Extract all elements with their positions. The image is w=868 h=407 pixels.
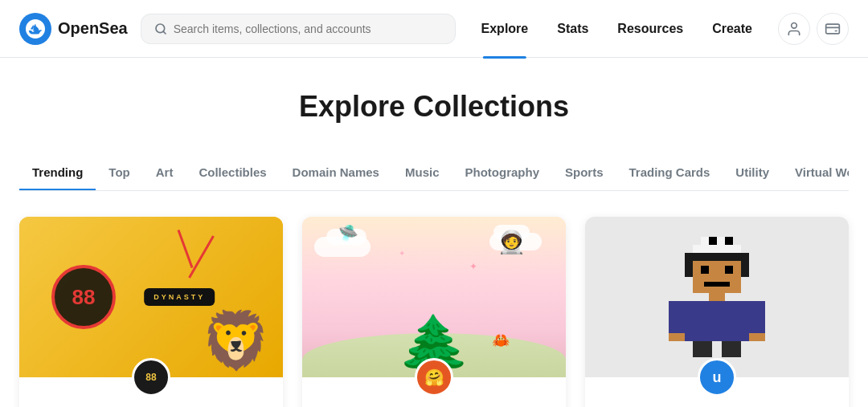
collections-grid: 88 DYNASTY 🦁 88 <box>19 217 849 407</box>
user-icon-button[interactable] <box>778 13 810 45</box>
main-content: Explore Collections Trending Top Art Col… <box>0 58 868 407</box>
svg-rect-3 <box>826 24 840 34</box>
card-image-0: 88 DYNASTY 🦁 <box>19 217 283 377</box>
tab-photography[interactable]: Photography <box>452 156 552 191</box>
user-icon <box>786 21 802 37</box>
header-icons <box>778 13 849 45</box>
svg-rect-19 <box>749 301 765 333</box>
svg-point-2 <box>792 22 797 28</box>
nav-resources[interactable]: Resources <box>604 15 696 43</box>
card-body-2: u Unemployables by unemployables For peo… <box>585 358 849 407</box>
svg-rect-16 <box>709 293 725 301</box>
logo-icon <box>19 13 51 45</box>
tab-music[interactable]: Music <box>392 156 452 191</box>
dynasty-artwork: 88 DYNASTY 🦁 <box>19 217 283 377</box>
svg-line-1 <box>163 31 166 34</box>
svg-rect-6 <box>717 237 725 245</box>
search-bar[interactable] <box>141 14 456 44</box>
svg-rect-4 <box>701 237 709 245</box>
wallet-icon-button[interactable] <box>817 13 849 45</box>
collection-card-0[interactable]: 88 DYNASTY 🦁 88 <box>19 217 283 407</box>
pixel-character <box>669 237 765 357</box>
header: OpenSea Explore Stats Resources Create <box>0 0 868 58</box>
dynasty-text-block: DYNASTY <box>144 288 215 306</box>
svg-rect-20 <box>669 333 685 341</box>
svg-rect-22 <box>693 341 712 357</box>
svg-rect-13 <box>693 253 741 261</box>
svg-rect-23 <box>722 341 741 357</box>
svg-rect-18 <box>669 301 685 333</box>
logo[interactable]: OpenSea <box>19 13 128 45</box>
nav-create[interactable]: Create <box>699 15 765 43</box>
logo-text: OpenSea <box>58 19 128 38</box>
svg-rect-15 <box>741 253 749 277</box>
card-body-1: 🤗 The HUG Pass by thehugxyz The HUG Memb… <box>302 358 566 407</box>
avatar-container-2: u <box>598 358 836 397</box>
svg-rect-10 <box>701 266 709 274</box>
tab-top[interactable]: Top <box>96 156 142 191</box>
hug-artwork: 🧑‍🚀 🛸 🌲 🦀 ✦ ✦ <box>302 217 566 377</box>
svg-rect-8 <box>693 245 741 253</box>
tab-domain-names[interactable]: Domain Names <box>280 156 392 191</box>
tab-virtual-worlds[interactable]: Virtual Worlds <box>782 156 849 191</box>
svg-rect-7 <box>725 237 733 245</box>
svg-rect-12 <box>704 282 730 287</box>
nav-explore[interactable]: Explore <box>469 15 542 43</box>
avatar-2: u <box>698 358 736 397</box>
tab-collectibles[interactable]: Collectibles <box>186 156 279 191</box>
svg-rect-11 <box>725 266 733 274</box>
svg-rect-17 <box>685 301 749 341</box>
category-tabs: Trending Top Art Collectibles Domain Nam… <box>19 156 849 191</box>
tab-utility[interactable]: Utility <box>723 156 782 191</box>
tab-art[interactable]: Art <box>143 156 186 191</box>
collection-card-1[interactable]: 🧑‍🚀 🛸 🌲 🦀 ✦ ✦ 🤗 <box>302 217 566 407</box>
wallet-icon <box>825 21 841 37</box>
svg-rect-5 <box>709 237 717 245</box>
tab-sports[interactable]: Sports <box>552 156 616 191</box>
card-image-2 <box>585 217 849 377</box>
avatar-1: 🤗 <box>415 358 453 397</box>
page-title: Explore Collections <box>19 90 849 124</box>
svg-rect-14 <box>685 253 693 277</box>
search-input[interactable] <box>174 22 442 35</box>
avatar-container-1: 🤗 <box>315 358 553 397</box>
unemploy-artwork <box>585 217 849 377</box>
collection-card-2[interactable]: u Unemployables by unemployables For peo… <box>585 217 849 407</box>
card-image-1: 🧑‍🚀 🛸 🌲 🦀 ✦ ✦ <box>302 217 566 377</box>
search-icon <box>154 22 167 35</box>
nav-stats[interactable]: Stats <box>544 15 601 43</box>
main-nav: Explore Stats Resources Create <box>469 15 765 43</box>
dynasty-creature: 🦁 <box>201 307 271 373</box>
dynasty-88-badge: 88 <box>51 265 116 329</box>
hug-astronaut: 🧑‍🚀 <box>497 229 526 255</box>
tab-trending[interactable]: Trending <box>19 156 96 191</box>
hug-ufo: 🛸 <box>338 223 358 242</box>
tab-trading-cards[interactable]: Trading Cards <box>616 156 723 191</box>
hug-bug: 🦀 <box>492 332 510 349</box>
svg-rect-21 <box>749 333 765 341</box>
avatar-0: 88 <box>132 358 170 397</box>
